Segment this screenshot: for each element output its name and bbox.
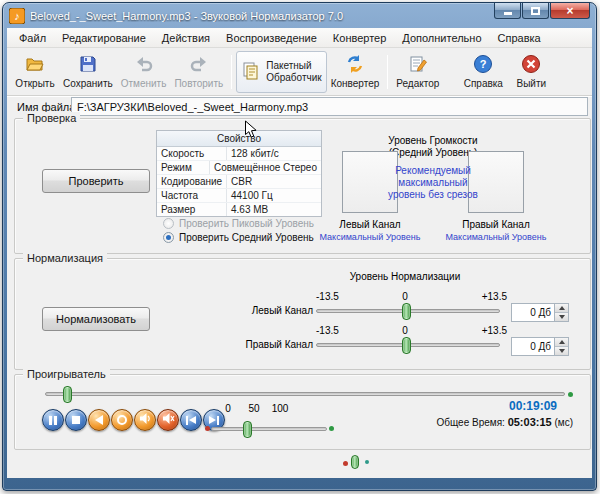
table-row: Размер 4.63 MB xyxy=(157,203,321,216)
record-icon xyxy=(117,415,127,425)
batch-label-line1: Пакетный xyxy=(266,60,321,72)
menu-actions[interactable]: Действия xyxy=(154,29,218,47)
check-button[interactable]: Проверить xyxy=(42,169,150,193)
radio-check-peak-level[interactable]: Проверить Пиковый Уровень xyxy=(163,218,314,229)
scale-min-label: -13.5 xyxy=(316,325,350,336)
property-value: 4.63 MB xyxy=(227,203,321,216)
volume-button[interactable] xyxy=(134,409,156,431)
undo-arrow-icon xyxy=(134,54,154,76)
right-db-spinner[interactable]: 0 Дб xyxy=(511,337,569,356)
help-button[interactable]: ? Справка xyxy=(459,51,507,93)
left-db-value: 0 Дб xyxy=(512,304,554,321)
volume-max-dot xyxy=(329,426,334,431)
exit-button[interactable]: Выйти xyxy=(507,51,555,93)
left-normalize-slider-thumb[interactable] xyxy=(402,303,411,320)
property-value: 128 кбит/с xyxy=(227,147,321,160)
previous-icon xyxy=(186,416,196,425)
stop-button[interactable] xyxy=(65,409,87,431)
stop-icon xyxy=(72,416,80,424)
menu-bar: Файл Редактирование Действия Воспроизвед… xyxy=(7,28,592,48)
window-title: Beloved_-_Sweet_Harmony.mp3 - Звуковой Н… xyxy=(30,10,489,22)
table-row: Режим Совмещённое Стерео xyxy=(157,161,321,175)
normalize-group: Нормализация Нормализовать Уровень Норма… xyxy=(14,258,591,370)
toolbar: Открыть Сохранить Отменить Повторить Пак… xyxy=(7,48,592,96)
scale-mid-label: 0 xyxy=(395,325,415,336)
normalize-button[interactable]: Нормализовать xyxy=(42,307,150,331)
menu-playback[interactable]: Воспроизведение xyxy=(218,29,325,47)
radio-icon xyxy=(163,218,174,229)
volume-tick-50: 50 xyxy=(246,403,262,414)
right-normalize-slider-thumb[interactable] xyxy=(402,337,411,354)
volume-slider-thumb[interactable] xyxy=(243,421,252,438)
svg-text:♪: ♪ xyxy=(14,10,20,22)
spinner-up-icon[interactable] xyxy=(555,304,568,313)
minimize-button[interactable] xyxy=(494,3,521,19)
position-slider-track[interactable] xyxy=(45,392,565,396)
client-area: Файл Редактирование Действия Воспроизвед… xyxy=(7,28,592,478)
editor-button[interactable]: Редактор xyxy=(392,51,443,93)
player-group-title: Проигрыватель xyxy=(23,368,110,380)
radio-selected-icon xyxy=(163,232,174,243)
pause-button[interactable] xyxy=(42,409,64,431)
mute-button[interactable] xyxy=(157,409,179,431)
converter-label: Конвертер xyxy=(331,78,380,89)
app-icon: ♪ xyxy=(9,8,25,24)
help-label: Справка xyxy=(464,78,503,89)
menu-edit[interactable]: Редактирование xyxy=(54,29,154,47)
save-label: Сохранить xyxy=(63,78,113,89)
maximize-icon xyxy=(531,7,540,15)
mini-slider-thumb[interactable] xyxy=(351,455,359,469)
left-channel-label: Левый Канал xyxy=(332,219,408,230)
app-window: ♪ Beloved_-_Sweet_Harmony.mp3 - Звуковой… xyxy=(2,2,597,491)
property-value: Совмещённое Стерео xyxy=(210,161,321,174)
elapsed-time: 00:19:09 xyxy=(435,399,557,413)
volume-slider-track[interactable] xyxy=(211,427,327,431)
menu-help[interactable]: Справка xyxy=(490,29,549,47)
rewind-button[interactable] xyxy=(88,409,110,431)
menu-file[interactable]: Файл xyxy=(11,29,54,47)
property-name: Размер xyxy=(157,203,227,216)
open-button[interactable]: Открыть xyxy=(11,51,59,93)
position-slider-thumb[interactable] xyxy=(63,386,72,403)
previous-button[interactable] xyxy=(180,409,202,431)
menu-extra[interactable]: Дополнительно xyxy=(394,29,489,47)
left-db-spinner[interactable]: 0 Дб xyxy=(511,303,569,322)
titlebar[interactable]: ♪ Beloved_-_Sweet_Harmony.mp3 - Звуковой… xyxy=(3,3,596,28)
table-row: Кодирование CBR xyxy=(157,175,321,189)
mini-slider-max-dot xyxy=(365,460,369,464)
filename-field[interactable]: F:\ЗАГРУЗКИ\Beloved_-_Sweet_Harmony.mp3 xyxy=(71,97,588,116)
scale-max-label: +13.5 xyxy=(473,291,507,302)
radio-check-average-level[interactable]: Проверить Средний Уровень xyxy=(163,232,314,243)
record-button[interactable] xyxy=(111,409,133,431)
close-button[interactable]: × xyxy=(550,3,590,19)
batch-label-line2: Обработчик xyxy=(266,72,321,84)
undo-button[interactable]: Отменить xyxy=(117,51,171,93)
maximize-button[interactable] xyxy=(522,3,549,19)
property-value: 44100 Гц xyxy=(227,189,321,202)
exit-label: Выйти xyxy=(517,78,547,89)
spinner-up-icon[interactable] xyxy=(555,338,568,347)
converter-button[interactable]: Конвертер xyxy=(327,51,384,93)
normalization-level-header: Уровень Нормализации xyxy=(285,271,525,282)
spinner-down-icon[interactable] xyxy=(555,347,568,355)
save-button[interactable]: Сохранить xyxy=(59,51,117,93)
open-folder-icon xyxy=(25,54,45,76)
normalize-right-channel-label: Правый Канал xyxy=(195,339,313,350)
check-group-title: Проверка xyxy=(23,112,80,124)
player-group: Проигрыватель 0 50 100 00:19:09 xyxy=(14,374,591,450)
batch-processor-button[interactable]: Пакетный Обработчик xyxy=(236,51,326,93)
spinner-down-icon[interactable] xyxy=(555,313,568,321)
rewind-icon xyxy=(95,415,103,425)
redo-button[interactable]: Повторить xyxy=(170,51,227,93)
property-name: Частота xyxy=(157,189,227,202)
menu-converter[interactable]: Конвертер xyxy=(325,29,394,47)
save-floppy-icon xyxy=(78,54,98,76)
radio-average-label: Проверить Средний Уровень xyxy=(179,232,314,243)
total-time-label: Общее Время: xyxy=(436,417,504,428)
editor-pencil-icon xyxy=(408,54,428,76)
minimize-icon xyxy=(504,12,512,15)
property-name: Режим xyxy=(157,161,210,174)
pause-icon xyxy=(49,416,57,425)
undo-label: Отменить xyxy=(121,78,167,89)
scale-min-label: -13.5 xyxy=(316,291,350,302)
